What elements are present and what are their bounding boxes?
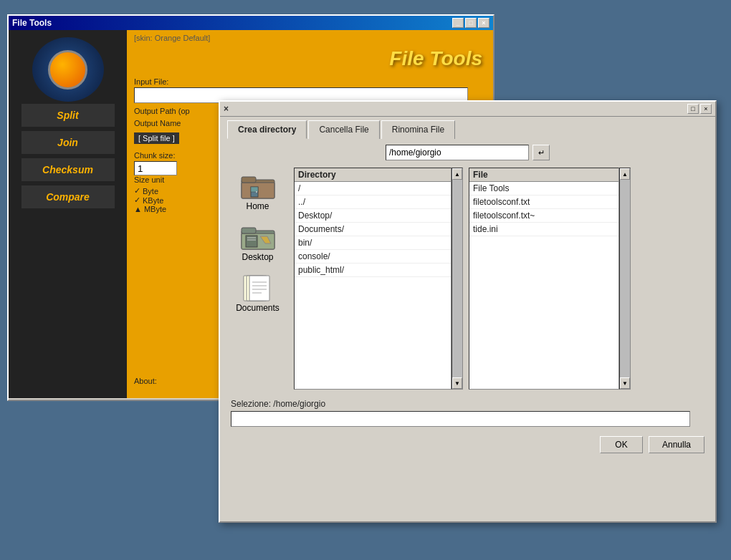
directory-section: Directory / ../ Desktop/ Documents/ bin/… [294,168,463,390]
directory-header: Directory [295,168,451,182]
dir-item[interactable]: / [295,182,451,195]
dir-item[interactable]: Documents/ [295,223,451,236]
bg-sidebar: Split Join Checksum Compare [9,30,127,398]
tab-rinomina-file[interactable]: Rinomina File [381,120,455,139]
desktop-folder-icon [240,222,276,251]
input-file-label: Input File: [134,77,486,86]
svg-point-5 [256,191,257,193]
file-item[interactable]: File Tools [469,182,618,195]
path-go-button[interactable]: ↵ [532,145,550,160]
bg-minimize-btn[interactable]: _ [452,18,464,28]
logo-inner [48,50,87,90]
svg-rect-8 [242,228,256,233]
dialog-buttons: OK Annulla [220,430,715,459]
compare-button[interactable]: Compare [22,185,115,208]
file-scrollbar[interactable]: ▲ ▼ [619,168,631,390]
file-scroll-down[interactable]: ▼ [620,377,630,389]
desktop-shortcut[interactable]: Desktop [229,218,287,266]
dialog-close-x[interactable]: × [224,104,229,114]
file-scroll-up[interactable]: ▲ [620,168,630,180]
file-item[interactable]: filetoolsconf.txt [469,195,618,209]
file-item[interactable]: tide.ini [469,223,618,236]
svg-rect-14 [249,276,269,301]
file-scroll-track [620,180,630,377]
bg-close-btn[interactable]: × [478,18,489,28]
file-header: File [469,168,618,182]
desktop-label: Desktop [242,252,273,262]
file-panel[interactable]: File File Tools filetoolsconf.txt fileto… [469,168,619,390]
dialog-restore-btn[interactable]: □ [687,104,699,114]
tab-cancella-file[interactable]: Cancella File [308,120,379,139]
dir-item[interactable]: public_html/ [295,264,451,277]
join-button[interactable]: Join [22,131,115,154]
ok-button[interactable]: OK [600,436,643,453]
dir-scroll-up[interactable]: ▲ [452,168,462,180]
bg-window-title: File Tools [12,18,52,28]
dir-scrollbar[interactable]: ▲ ▼ [452,168,463,390]
annulla-button[interactable]: Annulla [649,436,704,453]
svg-rect-4 [251,187,258,192]
bg-titlebar-buttons: _ □ × [452,18,489,28]
dir-item[interactable]: ../ [295,195,451,209]
home-label: Home [246,201,269,211]
browser-area: Home Desktop [220,164,715,393]
documents-folder-icon [240,273,276,301]
dir-item[interactable]: bin/ [295,236,451,250]
selection-label: Selezione: /home/giorgio [231,399,704,409]
split-file-section: [ Split file ] [134,132,179,144]
documents-label: Documents [236,303,280,313]
svg-rect-2 [242,177,256,183]
about-label: About: [134,377,157,385]
tab-crea-directory[interactable]: Crea directory [227,120,307,139]
bg-main-title: File Tools [127,44,493,70]
file-dialog: × □ × Crea directory Cancella File Rinom… [219,100,717,523]
path-bar: ↵ [220,139,715,164]
bg-restore-btn[interactable]: □ [465,18,477,28]
dir-item[interactable]: Desktop/ [295,209,451,223]
tab-bar: Crea directory Cancella File Rinomina Fi… [220,117,715,139]
logo [32,37,104,102]
path-input[interactable] [386,145,529,160]
split-button[interactable]: Split [22,104,115,127]
dir-scroll-track [452,180,462,377]
home-folder-icon [240,171,276,200]
checksum-button[interactable]: Checksum [22,158,115,181]
file-item[interactable]: filetoolsconf.txt~ [469,209,618,223]
home-shortcut[interactable]: Home [229,168,287,215]
dir-item[interactable]: console/ [295,250,451,264]
chunk-size-input[interactable] [134,161,177,175]
selection-area: Selezione: /home/giorgio [220,393,715,430]
directory-panel[interactable]: Directory / ../ Desktop/ Documents/ bin/… [294,168,452,390]
file-section: File File Tools filetoolsconf.txt fileto… [469,168,631,390]
dialog-close-btn[interactable]: × [700,104,712,114]
bg-titlebar: File Tools _ □ × [9,16,493,30]
dialog-title-buttons: □ × [687,104,712,114]
quick-access-panel: Home Desktop [227,168,288,390]
bg-skin-label: [skin: Orange Default] [127,30,493,44]
dir-scroll-down[interactable]: ▼ [452,377,462,389]
selection-input[interactable] [231,411,690,427]
dialog-titlebar: × □ × [220,102,715,117]
svg-rect-9 [246,236,257,247]
documents-shortcut[interactable]: Documents [229,269,287,317]
